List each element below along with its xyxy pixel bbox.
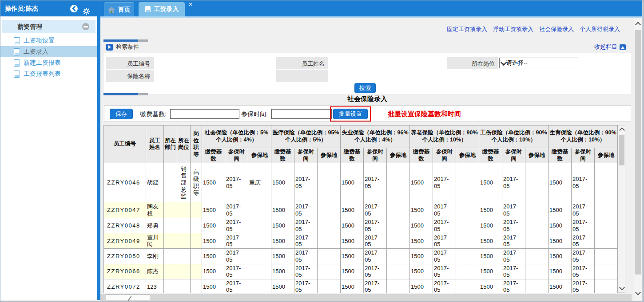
cell-insurance-4-time[interactable]: 2017-05 — [502, 264, 525, 279]
cell-insurance-4-base[interactable]: 1500 — [479, 264, 502, 279]
cell-insurance-5-base[interactable]: 1500 — [549, 218, 572, 233]
expand-arrow-icon[interactable] — [106, 44, 113, 51]
cell-insurance-5-place[interactable] — [595, 249, 618, 264]
collapse-panel-link[interactable]: 收起栏目 — [594, 43, 626, 51]
cell-insurance-2-base[interactable]: 1500 — [341, 163, 364, 202]
sidebar-item-3[interactable]: 工资报表列表 — [0, 68, 97, 79]
cell-insurance-1-place[interactable] — [318, 202, 341, 218]
cell-insurance-3-base[interactable]: 1500 — [410, 249, 433, 264]
cell-insurance-0-time[interactable]: 2017-05 — [225, 202, 248, 218]
cell-insurance-2-time[interactable]: 2017-05 — [364, 279, 387, 293]
cell-insurance-0-place[interactable] — [248, 218, 271, 233]
cell-insurance-0-time[interactable]: 2017-05 — [225, 218, 248, 233]
scroll-up-icon[interactable] — [619, 127, 625, 133]
cell-insurance-5-base[interactable]: 1500 — [549, 279, 572, 293]
cell-insurance-5-place[interactable] — [595, 218, 618, 233]
cell-insurance-2-time[interactable]: 2017-05 — [364, 202, 387, 218]
cell-insurance-4-time[interactable]: 2017-05 — [502, 249, 525, 264]
cell-insurance-2-time[interactable]: 2017-05 — [364, 163, 387, 202]
cell-insurance-5-time[interactable]: 2017-05 — [572, 249, 595, 264]
cell-insurance-0-base[interactable]: 1500 — [202, 264, 225, 279]
cell-insurance-1-time[interactable]: 2017-05 — [294, 218, 318, 233]
cell-insurance-3-place[interactable] — [456, 218, 479, 233]
cell-insurance-0-time[interactable]: 2017-05 — [225, 264, 248, 279]
cell-insurance-2-place[interactable] — [387, 233, 410, 249]
cell-insurance-0-time[interactable]: 2017-05 — [225, 163, 248, 202]
close-tab-icon[interactable]: ✕ — [188, 1, 193, 8]
cell-insurance-4-place[interactable] — [525, 279, 549, 293]
cell-insurance-3-time[interactable]: 2017-05 — [433, 233, 456, 249]
cell-insurance-4-base[interactable]: 1500 — [479, 249, 502, 264]
page-scroll-down-icon[interactable] — [635, 290, 641, 295]
cell-insurance-5-place[interactable] — [595, 163, 618, 202]
cell-insurance-2-time[interactable]: 2017-05 — [364, 264, 387, 279]
cell-insurance-0-place[interactable]: 重庆 — [248, 163, 271, 202]
cell-insurance-5-place[interactable] — [595, 279, 618, 293]
cell-insurance-0-place[interactable] — [248, 233, 271, 249]
cell-insurance-3-base[interactable]: 1500 — [410, 202, 433, 218]
cell-insurance-3-base[interactable]: 1500 — [410, 163, 433, 202]
cell-insurance-0-base[interactable]: 1500 — [202, 163, 225, 202]
cell-insurance-1-place[interactable] — [318, 264, 341, 279]
cell-insurance-4-time[interactable]: 2017-05 — [502, 218, 525, 233]
cell-insurance-5-base[interactable]: 1500 — [549, 163, 572, 202]
cell-insurance-2-base[interactable]: 1500 — [341, 233, 364, 249]
tab-home[interactable]: 首页 — [104, 2, 134, 16]
horizontal-scrollbar-thumb[interactable] — [106, 294, 150, 300]
cell-insurance-2-time[interactable]: 2017-05 — [364, 218, 387, 233]
cell-insurance-3-place[interactable] — [456, 279, 479, 293]
cell-insurance-1-base[interactable]: 1500 — [271, 233, 294, 249]
cell-insurance-0-base[interactable]: 1500 — [202, 218, 225, 233]
cell-insurance-0-place[interactable] — [248, 249, 271, 264]
cell-insurance-4-place[interactable] — [525, 233, 549, 249]
cell-insurance-5-base[interactable]: 1500 — [549, 233, 572, 249]
cell-insurance-2-place[interactable] — [387, 202, 410, 218]
page-scrollbar-thumb[interactable] — [635, 30, 641, 275]
cell-insurance-5-base[interactable]: 1500 — [549, 264, 572, 279]
cell-insurance-4-base[interactable]: 1500 — [479, 279, 502, 293]
cell-insurance-0-base[interactable]: 1500 — [202, 202, 225, 218]
cell-insurance-1-place[interactable] — [318, 279, 341, 293]
cell-insurance-5-time[interactable]: 2017-05 — [572, 218, 595, 233]
cell-insurance-2-place[interactable] — [387, 218, 410, 233]
cell-insurance-0-time[interactable]: 2017-05 — [225, 279, 248, 293]
cell-insurance-2-place[interactable] — [387, 279, 410, 293]
save-button[interactable]: 保存 — [110, 109, 133, 119]
quick-link-2[interactable]: 社会保险录入 — [539, 26, 574, 32]
cell-insurance-4-base[interactable]: 1500 — [479, 202, 502, 218]
cell-insurance-3-time[interactable]: 2017-05 — [433, 218, 456, 233]
cell-insurance-1-base[interactable]: 1500 — [271, 249, 294, 264]
cell-insurance-1-time[interactable]: 2017-05 — [294, 233, 318, 249]
cell-insurance-0-place[interactable] — [248, 202, 271, 218]
cell-insurance-5-time[interactable]: 2017-05 — [572, 264, 595, 279]
cell-insurance-5-base[interactable]: 1500 — [549, 249, 572, 264]
sidebar-item-1[interactable]: 工资录入 — [0, 46, 97, 57]
cell-insurance-2-base[interactable]: 1500 — [341, 202, 364, 218]
cell-insurance-0-time[interactable]: 2017-05 — [225, 249, 248, 264]
gear-icon[interactable] — [83, 5, 90, 12]
cell-insurance-1-time[interactable]: 2017-05 — [294, 202, 318, 218]
cell-insurance-0-place[interactable] — [248, 264, 271, 279]
page-vertical-scrollbar[interactable] — [634, 18, 642, 301]
cell-insurance-3-place[interactable] — [456, 264, 479, 279]
time-input[interactable] — [271, 109, 332, 119]
cell-insurance-4-base[interactable]: 1500 — [479, 233, 502, 249]
cell-insurance-1-base[interactable]: 1500 — [271, 218, 294, 233]
cell-insurance-2-base[interactable]: 1500 — [341, 264, 364, 279]
menu-group-header[interactable]: 薪资管理 — [2, 20, 95, 33]
cell-insurance-5-place[interactable] — [595, 202, 618, 218]
cell-insurance-1-base[interactable]: 1500 — [271, 279, 294, 293]
batch-set-button[interactable]: 批量设置 — [333, 109, 368, 119]
cell-insurance-2-place[interactable] — [387, 163, 410, 202]
tab-salary-entry[interactable]: 工资录入 ✕ — [139, 2, 185, 16]
cell-insurance-5-time[interactable]: 2017-05 — [572, 163, 595, 202]
cell-insurance-3-place[interactable] — [456, 202, 479, 218]
cell-insurance-1-place[interactable] — [318, 249, 341, 264]
search-button[interactable]: 搜索 — [354, 83, 376, 93]
cell-insurance-3-place[interactable] — [456, 233, 479, 249]
cell-insurance-5-place[interactable] — [595, 264, 618, 279]
scroll-down-icon[interactable] — [619, 285, 625, 290]
cell-insurance-0-base[interactable]: 1500 — [202, 279, 225, 293]
cell-insurance-5-base[interactable]: 1500 — [549, 202, 572, 218]
cell-insurance-1-place[interactable] — [318, 218, 341, 233]
